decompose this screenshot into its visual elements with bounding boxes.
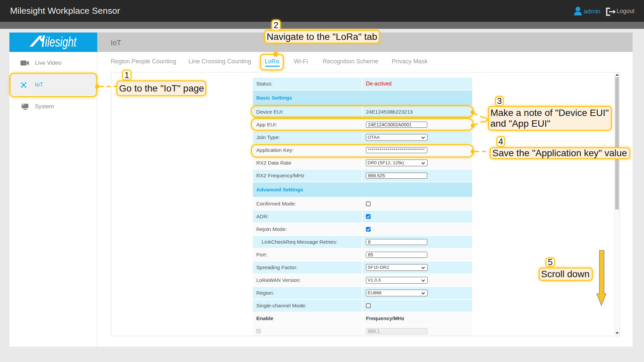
svg-text:ilesight: ilesight [45, 35, 77, 49]
